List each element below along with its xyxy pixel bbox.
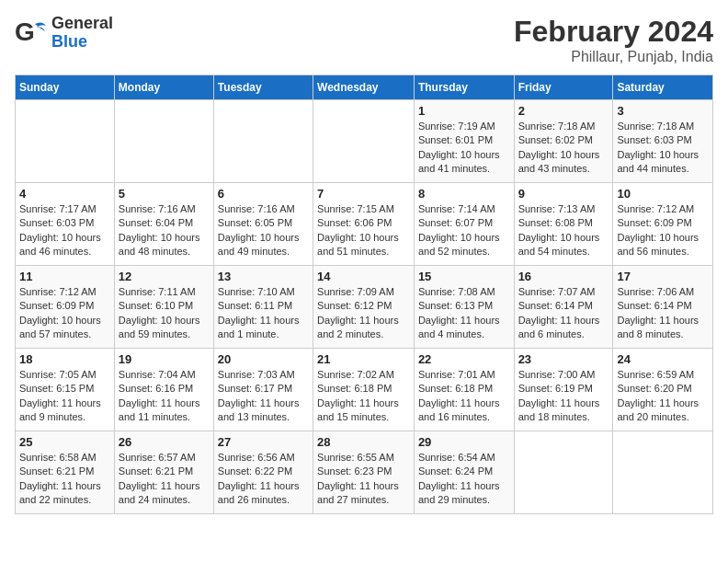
calendar-cell xyxy=(16,100,115,183)
day-number: 25 xyxy=(19,435,110,449)
day-number: 19 xyxy=(119,352,210,366)
day-info: Sunrise: 7:00 AM Sunset: 6:19 PM Dayligh… xyxy=(518,368,609,425)
day-number: 16 xyxy=(518,270,609,283)
day-info: Sunrise: 7:15 AM Sunset: 6:06 PM Dayligh… xyxy=(317,202,410,259)
calendar-cell: 28Sunrise: 6:55 AM Sunset: 6:23 PM Dayli… xyxy=(313,431,415,514)
day-info: Sunrise: 7:16 AM Sunset: 6:04 PM Dayligh… xyxy=(119,202,210,259)
logo-icon: G xyxy=(15,17,48,50)
calendar-cell: 16Sunrise: 7:07 AM Sunset: 6:14 PM Dayli… xyxy=(514,266,613,349)
day-number: 29 xyxy=(418,435,510,449)
calendar-title: February 2024 xyxy=(514,15,713,49)
day-info: Sunrise: 7:02 AM Sunset: 6:18 PM Dayligh… xyxy=(317,368,410,425)
page-header: G General Blue February 2024 Phillaur, P… xyxy=(15,15,713,65)
day-info: Sunrise: 7:10 AM Sunset: 6:11 PM Dayligh… xyxy=(218,285,309,342)
calendar-cell: 23Sunrise: 7:00 AM Sunset: 6:19 PM Dayli… xyxy=(514,349,613,431)
calendar-week-1: 1Sunrise: 7:19 AM Sunset: 6:01 PM Daylig… xyxy=(16,100,713,183)
day-number: 23 xyxy=(518,352,609,366)
calendar-cell xyxy=(613,431,713,514)
day-number: 28 xyxy=(317,435,410,449)
day-number: 26 xyxy=(119,435,210,449)
calendar-week-4: 18Sunrise: 7:05 AM Sunset: 6:15 PM Dayli… xyxy=(16,349,713,431)
day-number: 18 xyxy=(19,352,110,366)
day-number: 13 xyxy=(218,270,309,283)
calendar-cell xyxy=(114,100,213,183)
day-info: Sunrise: 6:57 AM Sunset: 6:21 PM Dayligh… xyxy=(119,451,210,508)
header-friday: Friday xyxy=(514,75,613,100)
header-saturday: Saturday xyxy=(613,75,713,100)
day-info: Sunrise: 7:12 AM Sunset: 6:09 PM Dayligh… xyxy=(19,285,110,342)
day-info: Sunrise: 7:01 AM Sunset: 6:18 PM Dayligh… xyxy=(418,368,510,425)
day-number: 12 xyxy=(119,270,210,283)
day-number: 15 xyxy=(418,270,510,283)
day-info: Sunrise: 6:59 AM Sunset: 6:20 PM Dayligh… xyxy=(617,368,709,425)
calendar-table: SundayMondayTuesdayWednesdayThursdayFrid… xyxy=(15,75,713,514)
day-info: Sunrise: 6:54 AM Sunset: 6:24 PM Dayligh… xyxy=(418,451,510,508)
calendar-cell: 26Sunrise: 6:57 AM Sunset: 6:21 PM Dayli… xyxy=(114,431,213,514)
calendar-cell: 7Sunrise: 7:15 AM Sunset: 6:06 PM Daylig… xyxy=(313,183,415,266)
calendar-week-5: 25Sunrise: 6:58 AM Sunset: 6:21 PM Dayli… xyxy=(16,431,713,514)
day-number: 24 xyxy=(617,352,709,366)
day-info: Sunrise: 6:56 AM Sunset: 6:22 PM Dayligh… xyxy=(218,451,309,508)
calendar-cell: 19Sunrise: 7:04 AM Sunset: 6:16 PM Dayli… xyxy=(114,349,213,431)
calendar-header-row: SundayMondayTuesdayWednesdayThursdayFrid… xyxy=(16,75,713,100)
calendar-cell: 1Sunrise: 7:19 AM Sunset: 6:01 PM Daylig… xyxy=(414,100,514,183)
day-number: 1 xyxy=(418,104,510,118)
day-number: 21 xyxy=(317,352,410,366)
day-info: Sunrise: 7:12 AM Sunset: 6:09 PM Dayligh… xyxy=(617,202,709,259)
day-info: Sunrise: 7:07 AM Sunset: 6:14 PM Dayligh… xyxy=(518,285,609,342)
calendar-cell: 6Sunrise: 7:16 AM Sunset: 6:05 PM Daylig… xyxy=(213,183,313,266)
calendar-cell: 29Sunrise: 6:54 AM Sunset: 6:24 PM Dayli… xyxy=(414,431,514,514)
day-number: 17 xyxy=(617,270,709,283)
day-number: 8 xyxy=(418,187,510,201)
day-number: 9 xyxy=(518,187,609,201)
calendar-cell: 17Sunrise: 7:06 AM Sunset: 6:14 PM Dayli… xyxy=(613,266,713,349)
day-info: Sunrise: 7:06 AM Sunset: 6:14 PM Dayligh… xyxy=(617,285,709,342)
header-sunday: Sunday xyxy=(16,75,115,100)
day-info: Sunrise: 7:16 AM Sunset: 6:05 PM Dayligh… xyxy=(218,202,309,259)
day-number: 5 xyxy=(119,187,210,201)
calendar-cell: 20Sunrise: 7:03 AM Sunset: 6:17 PM Dayli… xyxy=(213,349,313,431)
day-number: 10 xyxy=(617,187,709,201)
calendar-cell: 3Sunrise: 7:18 AM Sunset: 6:03 PM Daylig… xyxy=(613,100,713,183)
logo-general: General xyxy=(51,15,113,33)
header-tuesday: Tuesday xyxy=(213,75,313,100)
day-number: 14 xyxy=(317,270,410,283)
logo-blue: Blue xyxy=(51,33,113,52)
day-info: Sunrise: 7:14 AM Sunset: 6:07 PM Dayligh… xyxy=(418,202,510,259)
day-info: Sunrise: 7:04 AM Sunset: 6:16 PM Dayligh… xyxy=(119,368,210,425)
calendar-cell: 25Sunrise: 6:58 AM Sunset: 6:21 PM Dayli… xyxy=(16,431,115,514)
day-info: Sunrise: 7:17 AM Sunset: 6:03 PM Dayligh… xyxy=(19,202,110,259)
day-number: 7 xyxy=(317,187,410,201)
day-info: Sunrise: 7:19 AM Sunset: 6:01 PM Dayligh… xyxy=(418,120,510,177)
calendar-subtitle: Phillaur, Punjab, India xyxy=(514,49,713,65)
day-info: Sunrise: 7:18 AM Sunset: 6:02 PM Dayligh… xyxy=(518,120,609,177)
day-info: Sunrise: 7:09 AM Sunset: 6:12 PM Dayligh… xyxy=(317,285,410,342)
day-number: 3 xyxy=(617,104,709,118)
day-number: 22 xyxy=(418,352,510,366)
calendar-cell: 10Sunrise: 7:12 AM Sunset: 6:09 PM Dayli… xyxy=(613,183,713,266)
calendar-week-2: 4Sunrise: 7:17 AM Sunset: 6:03 PM Daylig… xyxy=(16,183,713,266)
calendar-cell: 5Sunrise: 7:16 AM Sunset: 6:04 PM Daylig… xyxy=(114,183,213,266)
calendar-cell xyxy=(213,100,313,183)
calendar-cell: 27Sunrise: 6:56 AM Sunset: 6:22 PM Dayli… xyxy=(213,431,313,514)
calendar-cell: 11Sunrise: 7:12 AM Sunset: 6:09 PM Dayli… xyxy=(16,266,115,349)
day-number: 27 xyxy=(218,435,309,449)
header-wednesday: Wednesday xyxy=(313,75,415,100)
day-info: Sunrise: 7:03 AM Sunset: 6:17 PM Dayligh… xyxy=(218,368,309,425)
calendar-cell: 8Sunrise: 7:14 AM Sunset: 6:07 PM Daylig… xyxy=(414,183,514,266)
logo: G General Blue xyxy=(15,15,113,52)
header-thursday: Thursday xyxy=(414,75,514,100)
calendar-cell: 12Sunrise: 7:11 AM Sunset: 6:10 PM Dayli… xyxy=(114,266,213,349)
title-block: February 2024 Phillaur, Punjab, India xyxy=(514,15,713,65)
calendar-cell: 2Sunrise: 7:18 AM Sunset: 6:02 PM Daylig… xyxy=(514,100,613,183)
day-info: Sunrise: 7:13 AM Sunset: 6:08 PM Dayligh… xyxy=(518,202,609,259)
calendar-cell: 4Sunrise: 7:17 AM Sunset: 6:03 PM Daylig… xyxy=(16,183,115,266)
svg-text:G: G xyxy=(15,17,35,46)
day-number: 20 xyxy=(218,352,309,366)
day-number: 4 xyxy=(19,187,110,201)
day-number: 2 xyxy=(518,104,609,118)
calendar-cell: 24Sunrise: 6:59 AM Sunset: 6:20 PM Dayli… xyxy=(613,349,713,431)
day-info: Sunrise: 7:11 AM Sunset: 6:10 PM Dayligh… xyxy=(119,285,210,342)
calendar-cell: 21Sunrise: 7:02 AM Sunset: 6:18 PM Dayli… xyxy=(313,349,415,431)
day-info: Sunrise: 7:08 AM Sunset: 6:13 PM Dayligh… xyxy=(418,285,510,342)
